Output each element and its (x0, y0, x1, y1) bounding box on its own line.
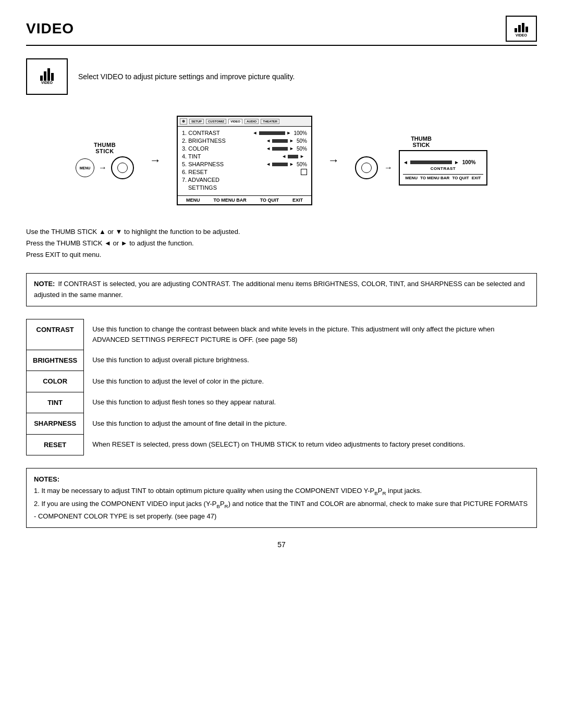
menu-item-sharpness: 5. SHARPNESS ◄ ► 50% (182, 161, 307, 167)
right-thumb-stick-label: THUMB STICK (355, 135, 487, 148)
func-label: TINT (27, 392, 84, 413)
menu-item-tint: 4. TINT ◄ ► (182, 153, 307, 159)
tab-setup-label: SETUP (189, 119, 204, 124)
tab-audio: AUDIO (244, 119, 259, 124)
right-panel-footer: MENU TO MENU BAR TO QUIT EXIT (403, 174, 483, 181)
func-desc: Use this function to change the contrast… (84, 319, 537, 350)
menu-panel-body: 1. CONTRAST ◄ ► 100% 2. BRIGHTNESS ◄ ► 5… (178, 127, 311, 195)
right-contrast-slider: ◄ ► 100% (403, 159, 483, 165)
intro-text: Select VIDEO to adjust picture settings … (78, 72, 295, 81)
table-row: SHARPNESS Use this function to adjust th… (27, 413, 537, 435)
func-desc: Use this function to adjust the amount o… (84, 413, 537, 435)
table-row: BRIGHTNESS Use this function to adjust o… (27, 350, 537, 371)
right-thumb-arrow: → (384, 163, 393, 172)
right-panel-area: → ◄ ► 100% CONTRAST MENU TO MENU BAR TO … (355, 150, 487, 186)
page-number: 57 (26, 540, 537, 549)
reset-box-icon (301, 169, 307, 175)
intro-icon-box: VIDEO (26, 58, 68, 95)
intro-section: VIDEO Select VIDEO to adjust picture set… (26, 58, 537, 95)
right-contrast-panel: ◄ ► 100% CONTRAST MENU TO MENU BAR TO QU… (399, 150, 487, 186)
table-row: COLOR Use this function to adjust the le… (27, 371, 537, 392)
func-label: CONTRAST (27, 319, 84, 350)
right-diagram: THUMB STICK → ◄ ► 100% CONTRAST MENU (355, 135, 487, 186)
func-desc: Use this function to adjust the level of… (84, 371, 537, 392)
tab-setup: ⊕ (180, 118, 187, 125)
page-title: VIDEO (26, 20, 74, 37)
tab-video: VIDEO (228, 119, 242, 124)
func-desc: Use this function to adjust flesh tones … (84, 392, 537, 413)
bottom-note-1: 1. It may be necessary to adjust TINT to… (34, 485, 529, 498)
menu-item-contrast: 1. CONTRAST ◄ ► 100% (182, 130, 307, 136)
table-row: RESET When RESET is selected, press down… (27, 434, 537, 455)
menu-panel-header: ⊕ SETUP CUSTOMIZ VIDEO AUDIO THEATER (178, 117, 311, 127)
page-header: VIDEO VIDEO (26, 16, 537, 46)
tab-customiz: CUSTOMIZ (206, 119, 226, 124)
menu-item-settings: SETTINGS (182, 184, 307, 191)
func-label: RESET (27, 434, 84, 455)
menu-panel-footer: MENU TO MENU BAR TO QUIT EXIT (178, 195, 311, 204)
menu-item-color: 3. COLOR ◄ ► 50% (182, 145, 307, 152)
contrast-label: CONTRAST (431, 166, 456, 171)
right-thumb-circle-inner (361, 163, 372, 173)
table-row: CONTRAST Use this function to change the… (27, 319, 537, 350)
left-thumb-stick-label: THUMB STICK (94, 142, 116, 154)
note-text: If CONTRAST is selected, you are adjusti… (34, 280, 525, 299)
bar-chart-icon (515, 21, 528, 32)
intro-bar-chart-icon (40, 69, 54, 81)
left-to-panel-arrow: → (150, 154, 161, 167)
bottom-note-2: 2. If you are using the COMPONENT VIDEO … (34, 498, 529, 522)
diagram-section: THUMB STICK MENU → → ⊕ SETUP CUSTOMIZ VI… (26, 110, 537, 211)
note-label: NOTE: (34, 280, 55, 288)
header-video-icon: VIDEO (506, 16, 537, 42)
func-desc: Use this function to adjust overall pict… (84, 350, 537, 371)
table-row: TINT Use this function to adjust flesh t… (27, 392, 537, 413)
function-table: CONTRAST Use this function to change the… (26, 319, 537, 456)
arrow-right-icon: → (99, 163, 107, 172)
menu-item-reset: 6. RESET (182, 169, 307, 175)
panel-to-right-arrow: → (328, 154, 339, 167)
left-controls: MENU → (76, 156, 134, 179)
left-diagram: THUMB STICK MENU → (76, 142, 134, 179)
right-thumb-circle (355, 156, 378, 179)
func-desc: When RESET is selected, press down (SELE… (84, 434, 537, 455)
instruction-text: Use the THUMB STICK ▲ or ▼ to highlight … (26, 226, 537, 261)
func-label: COLOR (27, 371, 84, 392)
left-thumb-circle (111, 156, 134, 179)
left-thumb-circle-inner (117, 163, 128, 173)
notes-label: NOTES: (34, 475, 59, 483)
menu-item-advanced: 7. ADVANCED (182, 177, 307, 183)
note-box: NOTE:If CONTRAST is selected, you are ad… (26, 273, 537, 306)
menu-panel: ⊕ SETUP CUSTOMIZ VIDEO AUDIO THEATER 1. … (177, 116, 312, 205)
tab-theater: THEATER (261, 119, 279, 124)
func-label: SHARPNESS (27, 413, 84, 435)
menu-button: MENU (76, 158, 94, 177)
menu-item-brightness: 2. BRIGHTNESS ◄ ► 50% (182, 138, 307, 144)
bottom-notes-box: NOTES: 1. It may be necessary to adjust … (26, 468, 537, 528)
func-label: BRIGHTNESS (27, 350, 84, 371)
